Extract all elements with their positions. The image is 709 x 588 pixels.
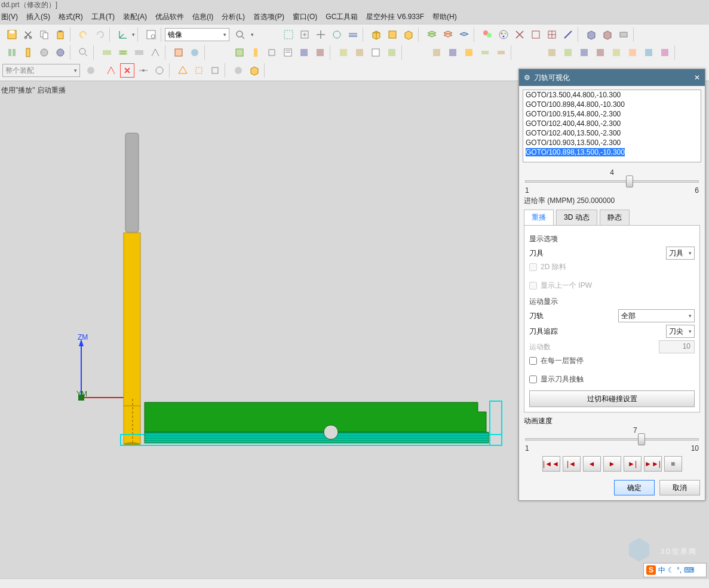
r3g-icon[interactable] [192,63,206,78]
wire-icon[interactable] [529,27,543,42]
last-button[interactable]: ►►| [644,456,662,472]
ime-moon-icon[interactable]: ☾ [668,566,674,574]
r3a-icon[interactable] [84,63,98,78]
fit-icon[interactable] [281,27,296,42]
menu-xingkong[interactable]: 星空外挂 V6.933F [366,12,424,22]
cb-pause[interactable]: 在每一层暂停 [529,356,695,366]
view-shaded-icon[interactable] [401,27,416,42]
r3b-icon[interactable] [104,63,118,78]
selection-combo[interactable]: 镜像▾ [165,28,229,41]
r2h-icon[interactable] [478,45,492,60]
menu-insert[interactable]: 插入(S) [26,12,50,22]
op5-icon[interactable] [148,45,162,60]
r3j-icon[interactable] [247,63,262,78]
stop-button[interactable]: ■ [664,456,682,472]
r2k-icon[interactable] [561,45,575,60]
r2p-icon[interactable] [642,45,656,60]
r3i-icon[interactable] [231,63,245,78]
r2l-icon[interactable] [577,45,591,60]
list-icon[interactable] [313,45,327,60]
op3-icon[interactable] [116,45,130,60]
r2a-icon[interactable] [336,45,351,60]
r3d-icon[interactable] [136,63,151,78]
redo-icon[interactable] [93,27,107,42]
measure-icon[interactable] [561,27,575,42]
tool-select[interactable]: 刀具▾ [666,247,695,260]
close-icon[interactable]: ✕ [694,73,700,82]
next-frame-button[interactable]: ►| [624,456,642,472]
path-select[interactable]: 全部▾ [618,309,695,322]
menu-help[interactable]: 帮助(H) [432,12,457,22]
layers3-icon[interactable] [457,27,471,42]
r3c-icon[interactable] [120,63,134,78]
assembly-combo[interactable]: 整个装配▾ [2,64,80,77]
r2i-icon[interactable] [494,45,508,60]
prog-icon[interactable] [5,45,19,60]
method-icon[interactable] [53,45,67,60]
ime-bar[interactable]: S 中 ☾ °, ⌨ [643,563,707,577]
menu-view[interactable]: 图(V) [1,12,18,22]
geom-icon[interactable] [37,45,51,60]
play-button[interactable]: ► [603,456,621,472]
goto-line[interactable]: GOTO/13.500,44.800,-10.300 [523,90,701,100]
post-icon[interactable] [281,45,295,60]
copy-icon[interactable] [37,27,51,42]
ime-keyboard-icon[interactable]: ⌨ [684,566,694,574]
trace-select[interactable]: 刀尖▾ [666,325,695,338]
part1-icon[interactable] [584,27,598,42]
slider2[interactable] [525,438,699,441]
op7-icon[interactable] [188,45,202,60]
render-icon[interactable] [480,27,495,42]
rewind-button[interactable]: ◄ [583,456,601,472]
part2-icon[interactable] [600,27,615,42]
verify-icon[interactable] [248,45,263,60]
menu-assembly[interactable]: 装配(A) [123,12,147,22]
slider2-thumb[interactable] [638,433,645,445]
slider1-thumb[interactable] [626,176,633,187]
tab-3d[interactable]: 3D 动态 [556,210,597,225]
paint-icon[interactable] [496,27,511,42]
op6-icon[interactable] [171,45,186,60]
sim-icon[interactable] [265,45,279,60]
view-trimetric-icon[interactable] [369,27,383,42]
r3h-icon[interactable] [208,63,222,78]
goto-line[interactable]: GOTO/100.898,13.500,-10.300 [523,147,701,157]
slider1[interactable] [525,180,699,183]
goto-line[interactable]: GOTO/100.898,44.800,-10.300 [523,100,701,109]
command-finder-icon[interactable] [144,27,158,42]
r2q-icon[interactable] [658,45,672,60]
menu-tools[interactable]: 工具(T) [91,12,115,22]
ok-button[interactable]: 确定 [614,480,655,495]
op1-icon[interactable] [76,45,91,60]
prev-frame-button[interactable]: |◄ [563,456,581,472]
r3e-icon[interactable] [152,63,167,78]
layers-icon[interactable] [425,27,439,42]
tool-create-icon[interactable] [21,45,35,60]
first-button[interactable]: |◄◄ [542,456,560,472]
gouge-settings-button[interactable]: 过切和碰撞设置 [529,390,695,407]
menu-info[interactable]: 信息(I) [192,12,213,22]
ime-sogou-icon[interactable]: S [646,565,656,575]
menu-window[interactable]: 窗口(O) [293,12,317,22]
view-front-icon[interactable] [385,27,400,42]
cancel-button[interactable]: 取消 [659,480,700,495]
search-icon[interactable] [233,27,247,42]
part3-icon[interactable] [616,27,631,42]
r3f-icon[interactable] [176,63,190,78]
goto-line[interactable]: GOTO/102.400,13.500,-2.300 [523,128,701,138]
op2-icon[interactable] [100,45,114,60]
r2d-icon[interactable] [385,45,399,60]
r2g-icon[interactable] [462,45,476,60]
r2c-icon[interactable] [369,45,383,60]
layers2-icon[interactable] [441,27,455,42]
r2n-icon[interactable] [609,45,624,60]
ime-cn[interactable]: 中 [658,565,665,575]
op4-icon[interactable] [132,45,146,60]
grid-icon[interactable] [545,27,559,42]
rotate-icon[interactable] [330,27,344,42]
pan-icon[interactable] [314,27,328,42]
tab-static[interactable]: 静态 [600,210,630,225]
zoom-icon[interactable] [297,27,312,42]
horizontal-scrollbar[interactable] [0,578,709,588]
goto-list[interactable]: GOTO/13.500,44.800,-10.300 GOTO/100.898,… [523,90,701,162]
